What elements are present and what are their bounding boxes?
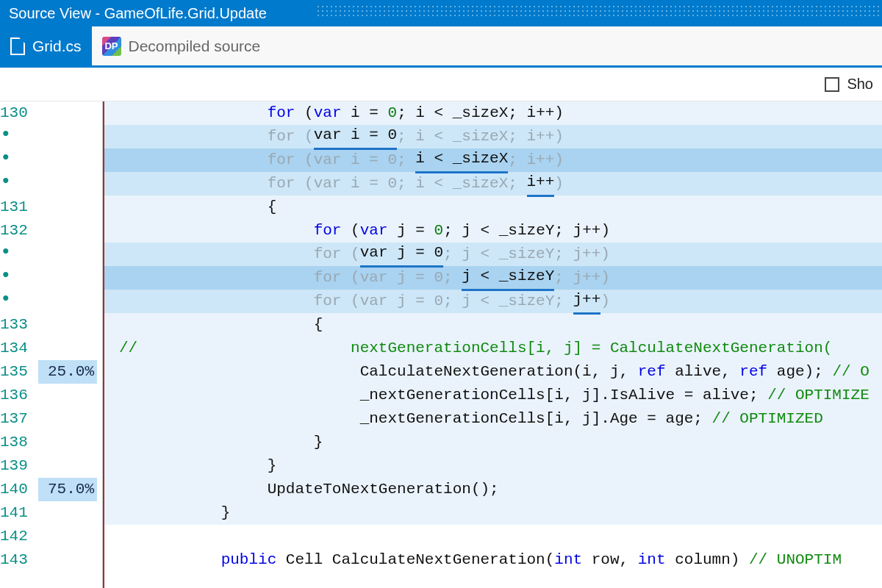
percent-cell [38, 243, 98, 266]
line-number-gutter: 130•••131132•••1331341351361371381391401… [0, 101, 38, 588]
line-number: 133 [0, 313, 34, 337]
code-line[interactable]: for (var i = 0; i < _sizeX; i++) [110, 101, 882, 125]
margin-cell [104, 290, 110, 313]
line-number: 134 [0, 337, 34, 360]
percent-cell [38, 525, 98, 548]
margin-cell [104, 454, 110, 478]
line-number: 138 [0, 431, 34, 454]
percent-cell [38, 407, 98, 431]
tab-label: Decompiled source [129, 37, 261, 55]
code-line[interactable]: _nextGenerationCells[i, j].Age = age; //… [110, 407, 882, 431]
margin-cell [104, 243, 110, 266]
margin-cell [104, 360, 110, 384]
margin-cell [104, 337, 110, 360]
code-line[interactable]: // nextGenerationCells[i, j] = Calculate… [110, 337, 882, 360]
percent-cell [38, 101, 98, 125]
percent-cell [38, 501, 98, 525]
code-line[interactable]: } [110, 431, 882, 454]
tab-label: Grid.cs [32, 37, 82, 55]
percent-cell [38, 148, 98, 172]
tab-decompiled[interactable]: DP Decompiled source [92, 26, 271, 65]
line-number: 135 [0, 360, 34, 384]
tab-grid-cs[interactable]: Grid.cs [0, 26, 92, 65]
percent-cell [38, 172, 98, 196]
margin-cell [104, 548, 110, 572]
line-number: • [0, 290, 34, 313]
margin-cell [104, 196, 110, 219]
show-checkbox[interactable] [825, 77, 839, 92]
line-number: 142 [0, 525, 34, 548]
code-line[interactable]: { [110, 313, 882, 337]
line-number: • [0, 125, 34, 148]
file-icon [10, 37, 25, 55]
margin-cell [104, 101, 110, 125]
line-number: 131 [0, 196, 34, 219]
percent-cell [38, 290, 98, 313]
dottrace-icon: DP [102, 37, 121, 56]
code-area[interactable]: for (var i = 0; i < _sizeX; i++) for (va… [110, 101, 882, 588]
options-bar: Sho [0, 68, 882, 101]
margin-cell [104, 407, 110, 431]
line-number: 143 [0, 548, 34, 572]
margin-cell [104, 384, 110, 407]
title-text: Source View - GameOfLife.Grid.Update [9, 5, 267, 22]
line-number: 139 [0, 454, 34, 478]
tab-bar: Grid.cs DP Decompiled source [0, 26, 882, 68]
line-number: 130 [0, 101, 34, 125]
margin-cell [104, 148, 110, 172]
percent-cell [38, 196, 98, 219]
code-line[interactable]: UpdateToNextGeneration(); [110, 478, 882, 501]
titlebar-grip[interactable] [316, 4, 882, 18]
margin-cell [104, 125, 110, 148]
code-line[interactable]: { [110, 196, 882, 219]
code-line[interactable]: for (var j = 0; j < _sizeY; j++) [110, 243, 882, 266]
percent-cell [38, 266, 98, 290]
percent-cell [38, 219, 98, 243]
percent-cell [38, 548, 98, 572]
code-line[interactable]: _nextGenerationCells[i, j].IsAlive = ali… [110, 384, 882, 407]
code-line[interactable]: for (var i = 0; i < _sizeX; i++) [110, 148, 882, 172]
margin-cell [104, 266, 110, 290]
margin-cell [104, 431, 110, 454]
percent-cell [38, 337, 98, 360]
percent-cell [38, 313, 98, 337]
title-bar: Source View - GameOfLife.Grid.Update [0, 0, 882, 26]
line-number: 137 [0, 407, 34, 431]
margin-cell [104, 478, 110, 501]
margin-cell [104, 219, 110, 243]
percent-cell: 25.0% [38, 360, 98, 384]
line-number: • [0, 266, 34, 290]
code-line[interactable]: CalculateNextGeneration(i, j, ref alive,… [110, 360, 882, 384]
percent-gutter: 25.0%75.0% [38, 101, 103, 588]
margin-cell [104, 313, 110, 337]
code-line[interactable]: public Cell CalculateNextGeneration(int … [110, 548, 882, 572]
line-number: 136 [0, 384, 34, 407]
percent-cell [38, 454, 98, 478]
code-line[interactable]: } [110, 454, 882, 478]
margin-cell [104, 525, 110, 548]
margin-cell [104, 501, 110, 525]
code-line[interactable]: for (var i = 0; i < _sizeX; i++) [110, 125, 882, 148]
percent-cell [38, 431, 98, 454]
line-number: • [0, 172, 34, 196]
margin-cell [104, 172, 110, 196]
line-number: • [0, 243, 34, 266]
code-line[interactable]: for (var j = 0; j < _sizeY; j++) [110, 290, 882, 313]
change-margin [103, 101, 110, 588]
code-line[interactable]: } [110, 501, 882, 525]
line-number: • [0, 148, 34, 172]
percent-cell [38, 384, 98, 407]
line-number: 140 [0, 478, 34, 501]
line-number: 141 [0, 501, 34, 525]
source-editor[interactable]: 130•••131132•••1331341351361371381391401… [0, 101, 882, 588]
code-line[interactable]: for (var j = 0; j < _sizeY; j++) [110, 219, 882, 243]
code-line[interactable]: for (var i = 0; i < _sizeX; i++) [110, 172, 882, 196]
code-line[interactable]: for (var j = 0; j < _sizeY; j++) [110, 266, 882, 290]
line-number: 132 [0, 219, 34, 243]
show-label: Sho [847, 76, 873, 93]
percent-cell: 75.0% [38, 478, 98, 501]
percent-cell [38, 125, 98, 148]
code-line[interactable] [110, 525, 882, 548]
